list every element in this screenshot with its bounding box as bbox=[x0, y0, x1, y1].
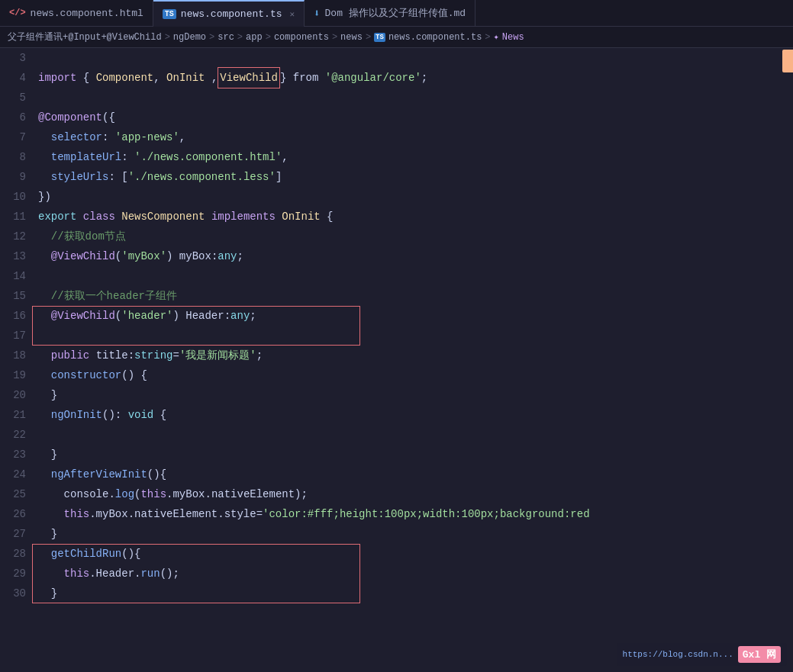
code-line-9: styleUrls : [ './news.component.less' ] bbox=[38, 167, 793, 187]
breadcrumb-sep-5: > bbox=[366, 32, 371, 43]
code-line-13: @ViewChild ( 'myBox' ) myBox : any ; bbox=[38, 246, 793, 266]
code-line-4: import { Component , OnInit , ViewChild … bbox=[38, 68, 793, 88]
breadcrumb-part-7: ✦ bbox=[494, 31, 499, 43]
code-line-12: //获取dom节点 bbox=[38, 227, 793, 246]
code-line-5 bbox=[38, 88, 793, 108]
code-line-15: //获取一个header子组件 bbox=[38, 286, 793, 306]
breadcrumb-sep-2: > bbox=[237, 32, 243, 43]
code-line-24: ngAfterViewInit (){ bbox=[38, 465, 793, 484]
code-line-23: } bbox=[38, 445, 793, 465]
code-line-11: export class NewsComponent implements On… bbox=[38, 207, 793, 227]
code-line-10: }) bbox=[38, 187, 793, 207]
tab-html[interactable]: </> news.component.html bbox=[0, 0, 153, 27]
code-line-25: console . log ( this .myBox. nativeEleme… bbox=[38, 484, 793, 504]
code-line-16: @ViewChild ( 'header' ) Header : any ; bbox=[38, 306, 793, 326]
viewchild-highlight: ViewChild bbox=[218, 67, 280, 88]
code-container: 3 4 5 6 7 8 9 10 11 12 13 14 15 16 17 18… bbox=[0, 48, 793, 672]
tab-bar: </> news.component.html TS news.componen… bbox=[0, 0, 793, 27]
code-content: import { Component , OnInit , ViewChild … bbox=[32, 48, 793, 672]
code-line-19: constructor () { bbox=[38, 365, 793, 385]
code-line-7: selector : 'app-news' , bbox=[38, 127, 793, 147]
code-line-21: ngOnInit (): void { bbox=[38, 405, 793, 425]
breadcrumb-sep-3: > bbox=[266, 32, 271, 43]
tab-md[interactable]: ⬇ Dom 操作以及父子组件传值.md bbox=[305, 0, 475, 27]
breadcrumb-part-6: news.component.ts bbox=[388, 32, 482, 43]
breadcrumb-sep-0: > bbox=[165, 32, 170, 43]
breadcrumb-sep-1: > bbox=[209, 32, 214, 43]
breadcrumb-part-1: ngDemo bbox=[173, 32, 206, 43]
code-line-27: } bbox=[38, 524, 793, 544]
tab-ts-label: news.component.ts bbox=[181, 8, 282, 20]
watermark-url: https://blog.csdn.n... bbox=[623, 650, 733, 659]
breadcrumb-part-3: app bbox=[246, 32, 263, 43]
code-line-3 bbox=[38, 48, 793, 68]
breadcrumb: 父子组件通讯+@Input+@ViewChild > ngDemo > src … bbox=[0, 27, 793, 48]
watermark-logo: Gxl 网 bbox=[738, 646, 781, 663]
tab-html-label: news.component.html bbox=[31, 8, 143, 19]
code-line-14 bbox=[38, 266, 793, 286]
code-line-6: @Component ({ bbox=[38, 108, 793, 127]
code-line-8: templateUrl : './news.component.html' , bbox=[38, 147, 793, 167]
breadcrumb-sep-4: > bbox=[332, 32, 337, 43]
breadcrumb-part-0: 父子组件通讯+@Input+@ViewChild bbox=[8, 31, 162, 43]
line-numbers: 3 4 5 6 7 8 9 10 11 12 13 14 15 16 17 18… bbox=[0, 48, 32, 672]
html-icon: </> bbox=[9, 8, 26, 18]
breadcrumb-news-label: News bbox=[502, 32, 524, 43]
code-line-18: public title : string = '我是新闻标题' ; bbox=[38, 346, 793, 365]
code-line-17 bbox=[38, 326, 793, 346]
breadcrumb-part-4: components bbox=[274, 32, 329, 43]
breadcrumb-part-2: src bbox=[218, 32, 234, 43]
code-line-26: this .myBox.nativeElement.style= 'color:… bbox=[38, 504, 793, 524]
code-line-29: this .Header. run (); bbox=[38, 564, 793, 584]
ts-icon-active: TS bbox=[163, 9, 176, 19]
md-icon: ⬇ bbox=[314, 7, 320, 20]
breadcrumb-sep-6: > bbox=[485, 32, 490, 43]
watermark: https://blog.csdn.n... Gxl 网 bbox=[617, 643, 787, 666]
tab-ts[interactable]: TS news.component.ts ✕ bbox=[153, 0, 305, 27]
tab-md-label: Dom 操作以及父子组件传值.md bbox=[325, 6, 466, 20]
code-line-28: getChildRun (){ bbox=[38, 544, 793, 564]
import-keyword: import bbox=[38, 68, 76, 88]
code-line-22 bbox=[38, 425, 793, 445]
code-line-20: } bbox=[38, 385, 793, 405]
code-line-30: } bbox=[38, 584, 793, 603]
ts-icon-breadcrumb: TS bbox=[374, 33, 385, 42]
tab-close-button[interactable]: ✕ bbox=[289, 9, 295, 19]
breadcrumb-part-5: news bbox=[340, 32, 363, 43]
